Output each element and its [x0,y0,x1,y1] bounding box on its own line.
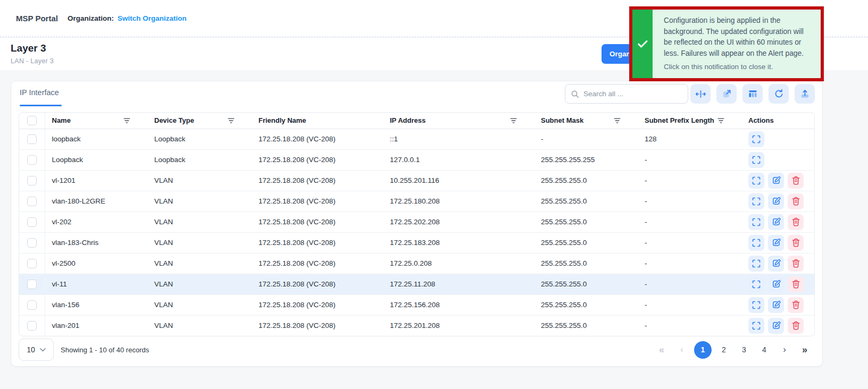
row-checkbox[interactable] [27,217,37,227]
expand-icon [752,239,761,247]
pagination-prev[interactable]: ‹ [674,342,690,358]
row-checkbox[interactable] [27,238,37,248]
row-checkbox[interactable] [27,280,37,289]
expand-row-button[interactable] [748,276,764,292]
cell-subnet-prefix-length: - [638,149,741,170]
table-row: vlan-180-L2GREVLAN172.25.18.208 (VC-208)… [19,191,814,212]
cell-subnet-prefix-length: - [638,170,741,191]
cell-subnet-prefix-length: - [638,274,741,294]
delete-row-button[interactable] [788,297,804,313]
subnet-prefix-filter-button[interactable] [716,116,725,125]
trash-icon [792,197,800,206]
delete-row-button[interactable] [788,173,804,189]
name-filter-button[interactable] [122,116,131,125]
filter-icon [228,117,235,124]
column-header-friendly-name: Friendly Name [252,113,383,129]
table-header-row: Name Device Type Friendly Name IP Addres… [19,113,814,129]
edit-row-button[interactable] [768,235,784,251]
success-toast[interactable]: Configuration is being applied in the ba… [629,6,824,81]
columns-button[interactable] [742,84,763,104]
trash-icon [792,176,800,185]
table-row: vlan-183-ChrisVLAN172.25.18.208 (VC-208)… [19,232,814,253]
upload-button[interactable] [795,84,815,104]
records-summary: Showing 1 - 10 of 40 records [61,346,149,354]
device-type-filter-button[interactable] [227,116,236,125]
row-checkbox[interactable] [27,155,37,165]
edit-row-button[interactable] [768,318,784,334]
filter-icon [717,117,724,124]
delete-row-button[interactable] [788,214,804,230]
edit-row-button[interactable] [768,297,784,313]
expand-row-button[interactable] [748,318,764,334]
edit-row-button[interactable] [768,256,784,272]
refresh-button[interactable] [769,84,789,104]
cell-name: vlan-201 [45,315,147,336]
cell-subnet-mask: 255.255.255.255 [534,149,638,170]
pagination-page-1[interactable]: 1 [694,341,712,359]
edit-row-button[interactable] [768,173,784,189]
cell-name: vlan-156 [45,294,147,315]
expand-row-button[interactable] [748,235,764,251]
subnet-mask-filter-button[interactable] [613,116,622,125]
pagination-page-4[interactable]: 4 [756,342,772,358]
cell-name: vl-2500 [45,253,147,274]
delete-row-button[interactable] [788,193,804,209]
expand-row-button[interactable] [748,131,764,147]
delete-row-button[interactable] [788,256,804,272]
row-actions [748,297,810,313]
cell-device-type: VLAN [147,253,252,274]
delete-row-button[interactable] [788,276,804,292]
column-header-ip-address: IP Address [383,113,534,129]
fit-width-button[interactable] [690,84,711,104]
pagination-first[interactable]: « [654,342,670,358]
row-checkbox[interactable] [27,321,37,331]
pagination-next[interactable]: › [777,342,792,358]
table-row: loopbackLoopback172.25.18.208 (VC-208)::… [19,129,814,149]
pagination-page-2[interactable]: 2 [716,342,732,358]
row-checkbox[interactable] [27,176,37,185]
cell-subnet-mask: 255.255.255.0 [534,191,638,212]
open-in-new-button[interactable] [716,84,737,104]
cell-ip-address: 172.25.11.208 [383,274,534,294]
expand-row-button[interactable] [748,214,764,230]
expand-icon [752,259,761,268]
expand-row-button[interactable] [748,256,764,272]
select-all-checkbox[interactable] [27,116,37,125]
page-size-select[interactable]: 10 [19,339,54,361]
toast-accent-strip [632,10,653,78]
column-header-name: Name [45,113,147,129]
expand-row-button[interactable] [748,193,764,209]
row-actions [748,173,810,189]
expand-row-button[interactable] [748,173,764,189]
cell-subnet-mask: 255.255.255.0 [534,212,638,232]
cell-ip-address: 172.25.0.208 [383,253,534,274]
edit-row-button[interactable] [768,276,784,292]
cell-ip-address: 172.25.180.208 [383,191,534,212]
pagination-page-3[interactable]: 3 [736,342,752,358]
column-header-subnet-prefix-length: Subnet Prefix Length [638,113,741,129]
expand-row-button[interactable] [748,152,764,168]
cell-friendly-name: 172.25.18.208 (VC-208) [252,129,383,149]
expand-icon [752,156,761,164]
row-checkbox[interactable] [27,300,37,310]
cell-friendly-name: 172.25.18.208 (VC-208) [252,253,383,274]
row-checkbox[interactable] [27,259,37,268]
tab-ip-interface[interactable]: IP Interface [20,88,59,103]
table-row: vl-11VLAN172.25.18.208 (VC-208)172.25.11… [19,274,814,294]
cell-friendly-name: 172.25.18.208 (VC-208) [252,149,383,170]
edit-row-button[interactable] [768,214,784,230]
search-input[interactable] [583,90,682,98]
edit-icon [772,259,781,268]
delete-row-button[interactable] [788,235,804,251]
row-actions [748,131,810,147]
delete-row-button[interactable] [788,318,804,334]
expand-icon [752,197,761,206]
row-checkbox[interactable] [27,197,37,206]
row-checkbox[interactable] [27,134,37,144]
pagination-last[interactable]: » [797,342,813,358]
organization-link[interactable]: Switch Organization [118,14,187,22]
expand-row-button[interactable] [748,297,764,313]
edit-row-button[interactable] [768,193,784,209]
ip-address-filter-button[interactable] [509,116,518,125]
cell-device-type: VLAN [147,294,252,315]
